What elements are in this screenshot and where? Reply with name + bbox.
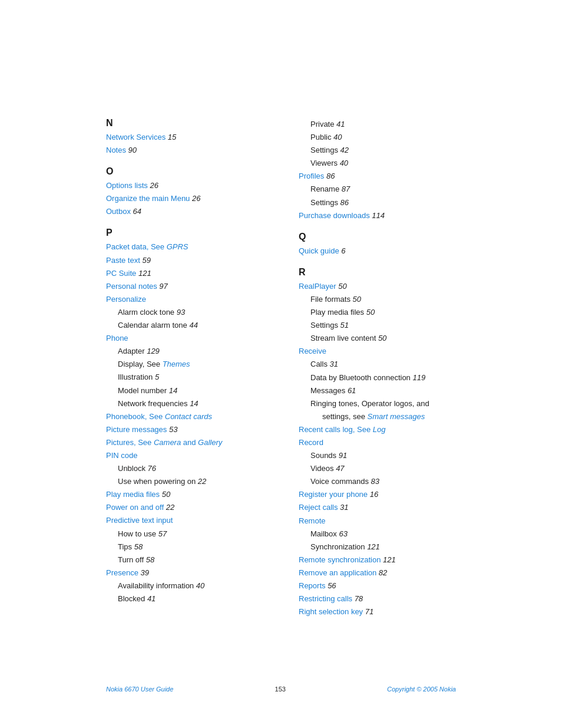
sub-settings-presence: Settings 42 bbox=[299, 144, 456, 157]
link-power-on-off[interactable]: Power on and off 22 bbox=[106, 501, 263, 514]
sub-turn-off: Turn off 58 bbox=[106, 554, 263, 566]
sub-videos: Videos 47 bbox=[299, 462, 456, 475]
sub-how-to-use: How to use 57 bbox=[106, 528, 263, 541]
sub-mailbox: Mailbox 63 bbox=[299, 528, 456, 541]
sub-tips: Tips 58 bbox=[106, 541, 263, 554]
link-remote-synchronization[interactable]: Remote synchronization 121 bbox=[299, 554, 456, 566]
link-personal-notes[interactable]: Personal notes 97 bbox=[106, 280, 263, 293]
link-outbox[interactable]: Outbox 64 bbox=[106, 205, 263, 218]
sub-data-bluetooth: Data by Bluetooth connection 119 bbox=[299, 371, 456, 384]
link-personalize[interactable]: Personalize bbox=[106, 293, 263, 306]
link-presence[interactable]: Presence 39 bbox=[106, 566, 263, 579]
link-receive[interactable]: Receive bbox=[299, 345, 456, 358]
link-predictive-text[interactable]: Predictive text input bbox=[106, 514, 263, 527]
sub-display: Display, See Themes bbox=[106, 358, 263, 371]
link-remote[interactable]: Remote bbox=[299, 515, 456, 528]
sub-calendar-alarm-tone: Calendar alarm tone 44 bbox=[106, 319, 263, 332]
page: N Network Services 15 Notes 90 O Options… bbox=[0, 0, 562, 728]
link-remove-application[interactable]: Remove an application 82 bbox=[299, 566, 456, 579]
sub-sounds: Sounds 91 bbox=[299, 449, 456, 462]
sub-stream-live: Stream live content 50 bbox=[299, 332, 456, 345]
link-realplayer[interactable]: RealPlayer 50 bbox=[299, 280, 456, 293]
link-pc-suite[interactable]: PC Suite 121 bbox=[106, 267, 263, 280]
footer: Nokia 6670 User Guide 153 Copyright © 20… bbox=[106, 686, 456, 693]
sub-model-number: Model number 14 bbox=[106, 384, 263, 397]
link-play-media-files[interactable]: Play media files 50 bbox=[106, 488, 263, 501]
sub-viewers: Viewers 40 bbox=[299, 157, 456, 170]
sub-ringing-tones: Ringing tones, Operator logos, and bbox=[299, 397, 456, 410]
right-column: Private 41 Public 40 Settings 42 Viewers… bbox=[299, 118, 456, 618]
sub-synchronization: Synchronization 121 bbox=[299, 541, 456, 554]
link-phone[interactable]: Phone bbox=[106, 332, 263, 345]
link-options-lists[interactable]: Options lists 26 bbox=[106, 179, 263, 192]
link-quick-guide[interactable]: Quick guide 6 bbox=[299, 245, 456, 258]
sub-file-formats: File formats 50 bbox=[299, 293, 456, 306]
footer-page-number: 153 bbox=[275, 686, 286, 693]
sub-smart-messages: settings, see Smart messages bbox=[299, 410, 456, 423]
link-packet-data[interactable]: Packet data, See GPRS bbox=[106, 241, 263, 253]
link-network-services[interactable]: Network Services 15 bbox=[106, 131, 263, 144]
sub-network-frequencies: Network frequencies 14 bbox=[106, 397, 263, 410]
sub-availability: Availability information 40 bbox=[106, 579, 263, 592]
link-register-phone[interactable]: Register your phone 16 bbox=[299, 488, 456, 501]
link-reports[interactable]: Reports 56 bbox=[299, 579, 456, 592]
sub-unblock: Unblock 76 bbox=[106, 462, 263, 475]
link-purchase-downloads[interactable]: Purchase downloads 114 bbox=[299, 209, 456, 222]
link-paste-text[interactable]: Paste text 59 bbox=[106, 254, 263, 267]
sub-alarm-clock-tone: Alarm clock tone 93 bbox=[106, 306, 263, 319]
section-p: P bbox=[106, 228, 263, 238]
link-record[interactable]: Record bbox=[299, 436, 456, 449]
section-r: R bbox=[299, 267, 456, 278]
link-notes[interactable]: Notes 90 bbox=[106, 144, 263, 157]
sub-play-media: Play media files 50 bbox=[299, 306, 456, 319]
sub-settings-profiles: Settings 86 bbox=[299, 196, 456, 209]
link-right-selection-key[interactable]: Right selection key 71 bbox=[299, 605, 456, 618]
sub-settings-realplayer: Settings 51 bbox=[299, 319, 456, 332]
sub-blocked: Blocked 41 bbox=[106, 592, 263, 605]
footer-right: Copyright © 2005 Nokia bbox=[387, 686, 456, 693]
sub-messages: Messages 61 bbox=[299, 384, 456, 397]
section-q: Q bbox=[299, 232, 456, 242]
sub-calls: Calls 31 bbox=[299, 358, 456, 371]
sub-private: Private 41 bbox=[299, 118, 456, 131]
link-restricting-calls[interactable]: Restricting calls 78 bbox=[299, 592, 456, 605]
link-pictures[interactable]: Pictures, See Camera and Gallery bbox=[106, 436, 263, 449]
link-profiles[interactable]: Profiles 86 bbox=[299, 170, 456, 183]
sub-voice-commands: Voice commands 83 bbox=[299, 475, 456, 488]
sub-rename: Rename 87 bbox=[299, 183, 456, 196]
link-phonebook[interactable]: Phonebook, See Contact cards bbox=[106, 410, 263, 423]
link-picture-messages[interactable]: Picture messages 53 bbox=[106, 423, 263, 436]
footer-left: Nokia 6670 User Guide bbox=[106, 686, 173, 693]
sub-illustration: Illustration 5 bbox=[106, 371, 263, 384]
content-columns: N Network Services 15 Notes 90 O Options… bbox=[106, 118, 456, 618]
link-pin-code[interactable]: PIN code bbox=[106, 449, 263, 462]
link-recent-calls[interactable]: Recent calls log, See Log bbox=[299, 423, 456, 436]
sub-use-when-powering: Use when powering on 22 bbox=[106, 475, 263, 488]
link-organize-main-menu[interactable]: Organize the main Menu 26 bbox=[106, 192, 263, 205]
section-n: N bbox=[106, 118, 263, 129]
left-column: N Network Services 15 Notes 90 O Options… bbox=[106, 118, 263, 618]
sub-public: Public 40 bbox=[299, 131, 456, 144]
presence-continued: Private 41 Public 40 Settings 42 Viewers… bbox=[299, 118, 456, 222]
link-reject-calls[interactable]: Reject calls 31 bbox=[299, 501, 456, 514]
section-o: O bbox=[106, 166, 263, 177]
sub-adapter: Adapter 129 bbox=[106, 345, 263, 358]
